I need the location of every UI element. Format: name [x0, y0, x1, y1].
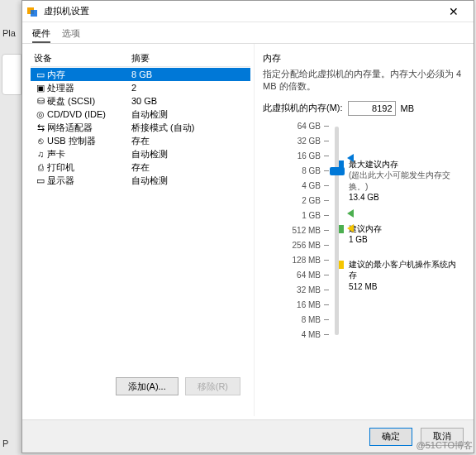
cd-dvd-icon: ◎ — [34, 109, 47, 120]
scale-tick: 8 GB — [302, 167, 329, 175]
scale-tick: 2 GB — [302, 197, 329, 205]
device-list-panel: 设备 摘要 ▭内存8 GB▣处理器2⛁硬盘 (SCSI)30 GB◎CD/DVD… — [22, 44, 254, 416]
add-button[interactable]: 添加(A)... — [116, 377, 178, 395]
slider-track — [335, 127, 339, 335]
vm-settings-dialog: 虚拟机设置 ✕ 硬件 选项 设备 摘要 ▭内存8 GB▣处理器2⛁硬盘 (SCS… — [21, 0, 474, 453]
col-summary: 摘要 — [131, 52, 247, 65]
device-name: 打印机 — [47, 161, 131, 174]
titlebar: 虚拟机设置 ✕ — [22, 1, 474, 22]
legend-max-title: 最大建议内存 — [349, 159, 464, 170]
device-row-1[interactable]: ▣处理器2 — [31, 81, 250, 94]
legend-max-val: 13.4 GB — [349, 192, 464, 204]
scale-tick: 16 MB — [297, 301, 329, 309]
legend-max-sub: (超出此大小可能发生内存交换。) — [349, 170, 464, 192]
device-row-5[interactable]: ⎋USB 控制器存在 — [31, 134, 250, 147]
scale-tick: 32 MB — [297, 286, 329, 295]
scale-tick: 64 MB — [297, 271, 329, 280]
tabs: 硬件 选项 — [22, 22, 474, 44]
col-device: 设备 — [34, 52, 131, 65]
close-button[interactable]: ✕ — [437, 2, 470, 22]
device-summary: 自动检测 — [131, 108, 247, 121]
device-name: 网络适配器 — [47, 122, 131, 134]
scale-tick: 64 GB — [298, 122, 329, 131]
vmware-icon — [26, 5, 39, 18]
device-summary: 8 GB — [131, 69, 247, 79]
close-icon: ✕ — [449, 5, 459, 18]
device-row-4[interactable]: ⇆网络适配器桥接模式 (自动) — [31, 121, 250, 134]
sound-icon: ♫ — [34, 149, 47, 159]
device-name: USB 控制器 — [47, 135, 131, 147]
remove-button: 移除(R) — [185, 377, 240, 395]
device-name: 处理器 — [47, 82, 131, 94]
memory-legend: 最大建议内存 (超出此大小可能发生内存交换。) 13.4 GB 建议内存 1 G… — [336, 124, 464, 339]
tab-hardware[interactable]: 硬件 — [32, 27, 50, 43]
scale-tick: 4 GB — [302, 182, 329, 190]
device-list: ▭内存8 GB▣处理器2⛁硬盘 (SCSI)30 GB◎CD/DVD (IDE)… — [31, 68, 250, 187]
marker-max — [347, 154, 354, 162]
cancel-button[interactable]: 取消 — [421, 428, 464, 446]
device-name: 硬盘 (SCSI) — [47, 95, 131, 108]
device-name: 显示器 — [47, 175, 131, 187]
background-p-label: P — [2, 438, 8, 448]
scale-tick: 512 MB — [293, 227, 329, 235]
printer-icon: ⎙ — [34, 162, 47, 172]
dialog-buttons: 确定 取消 — [22, 419, 474, 453]
device-summary: 存在 — [131, 135, 247, 147]
device-summary: 自动检测 — [131, 148, 247, 160]
device-actions: 添加(A)... 移除(R) — [31, 377, 250, 402]
memory-panel: 内存 指定分配给此虚拟机的内存量。内存大小必须为 4 MB 的倍数。 此虚拟机的… — [254, 44, 474, 416]
background-tab — [2, 54, 21, 95]
scale-tick: 32 GB — [298, 137, 329, 146]
memory-icon: ▭ — [34, 69, 47, 80]
legend-min-title: 建议的最小客户机操作系统内存 — [349, 259, 464, 281]
cpu-icon: ▣ — [34, 83, 47, 93]
device-row-0[interactable]: ▭内存8 GB — [31, 68, 250, 81]
dialog-title: 虚拟机设置 — [44, 5, 437, 17]
scale-tick: 4 MB — [302, 331, 329, 339]
memory-label: 此虚拟机的内存(M): — [263, 102, 343, 114]
device-name: CD/DVD (IDE) — [47, 109, 131, 119]
device-name: 声卡 — [47, 148, 131, 160]
device-summary: 存在 — [131, 161, 247, 174]
legend-max: 最大建议内存 (超出此大小可能发生内存交换。) 13.4 GB — [336, 159, 464, 204]
scale-tick: 8 MB — [302, 316, 329, 324]
legend-min-val: 512 MB — [349, 281, 464, 293]
memory-input[interactable] — [348, 101, 396, 116]
device-list-header: 设备 摘要 — [31, 50, 250, 67]
device-row-3[interactable]: ◎CD/DVD (IDE)自动检测 — [31, 108, 250, 121]
network-icon: ⇆ — [34, 122, 47, 133]
scale-tick: 128 MB — [293, 256, 329, 265]
legend-rec-title: 建议内存 — [349, 223, 382, 235]
device-name: 内存 — [47, 69, 131, 81]
display-icon: ▭ — [34, 175, 47, 186]
memory-description: 指定分配给此虚拟机的内存量。内存大小必须为 4 MB 的倍数。 — [263, 68, 464, 93]
scale-tick: 256 MB — [293, 242, 329, 250]
device-summary: 2 — [131, 83, 247, 93]
memory-input-row: 此虚拟机的内存(M): MB — [263, 101, 464, 116]
usb-icon: ⎋ — [34, 136, 47, 146]
device-summary: 30 GB — [131, 96, 247, 106]
tab-options[interactable]: 选项 — [62, 27, 80, 43]
scale-tick: 1 GB — [302, 212, 329, 220]
memory-heading: 内存 — [263, 52, 464, 65]
legend-minimum: 建议的最小客户机操作系统内存 512 MB — [336, 259, 464, 293]
memory-scale[interactable]: 64 GB32 GB16 GB8 GB4 GB2 GB1 GB512 MB256… — [263, 124, 329, 339]
legend-recommended: 建议内存 1 GB — [336, 223, 464, 246]
legend-rec-val: 1 GB — [349, 234, 382, 246]
marker-minimum — [347, 224, 354, 232]
memory-unit: MB — [401, 103, 415, 113]
background-player-label: Pla — [2, 28, 16, 38]
device-row-6[interactable]: ♫声卡自动检测 — [31, 147, 250, 160]
slider-thumb[interactable] — [330, 167, 345, 175]
memory-scale-wrap: 64 GB32 GB16 GB8 GB4 GB2 GB1 GB512 MB256… — [263, 124, 464, 339]
device-row-2[interactable]: ⛁硬盘 (SCSI)30 GB — [31, 94, 250, 108]
device-summary: 桥接模式 (自动) — [131, 122, 247, 134]
scale-tick: 16 GB — [298, 152, 329, 160]
device-row-7[interactable]: ⎙打印机存在 — [31, 160, 250, 174]
disk-icon: ⛁ — [34, 96, 47, 107]
content-area: 设备 摘要 ▭内存8 GB▣处理器2⛁硬盘 (SCSI)30 GB◎CD/DVD… — [22, 44, 474, 416]
device-row-8[interactable]: ▭显示器自动检测 — [31, 174, 250, 187]
marker-recommended — [347, 209, 354, 218]
ok-button[interactable]: 确定 — [369, 428, 412, 446]
device-summary: 自动检测 — [131, 175, 247, 187]
